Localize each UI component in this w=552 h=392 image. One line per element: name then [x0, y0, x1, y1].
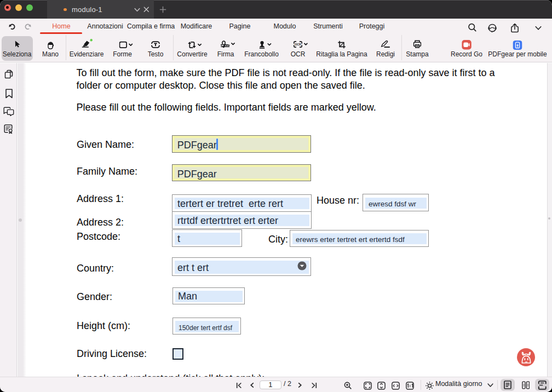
svg-text:OCR: OCR	[295, 43, 301, 46]
